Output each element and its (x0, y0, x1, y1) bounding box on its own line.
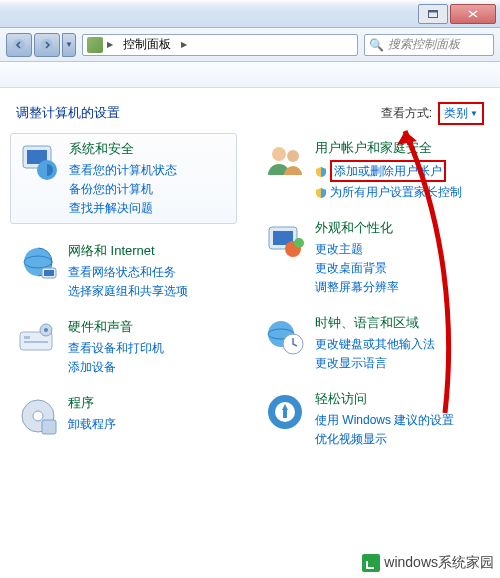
chevron-down-icon: ▼ (470, 109, 478, 118)
search-icon: 🔍 (369, 38, 384, 52)
search-placeholder: 搜索控制面板 (388, 36, 460, 53)
watermark-text: windows系统家园 (384, 554, 494, 572)
link-resolution[interactable]: 调整屏幕分辨率 (315, 278, 399, 296)
category-programs[interactable]: 程序 卸载程序 (16, 394, 237, 438)
view-label: 查看方式: (381, 105, 432, 122)
view-by: 查看方式: 类别 ▼ (381, 102, 484, 125)
link-backup[interactable]: 备份您的计算机 (69, 180, 177, 198)
svg-point-19 (272, 147, 286, 161)
category-clock-language[interactable]: 时钟、语言和区域 更改键盘或其他输入法 更改显示语言 (263, 314, 484, 372)
window-controls (418, 4, 500, 24)
category-network[interactable]: 网络和 Internet 查看网络状态和任务 选择家庭组和共享选项 (16, 242, 237, 300)
programs-icon (16, 394, 60, 438)
link-troubleshoot[interactable]: 查找并解决问题 (69, 199, 177, 217)
category-title[interactable]: 网络和 Internet (68, 242, 188, 260)
svg-point-15 (44, 328, 48, 332)
svg-rect-12 (24, 336, 30, 339)
ease-access-icon (263, 390, 307, 434)
nav-buttons: ▼ (6, 33, 76, 57)
nav-history-dropdown[interactable]: ▼ (62, 33, 76, 57)
category-title[interactable]: 程序 (68, 394, 116, 412)
address-field[interactable]: ▶ 控制面板 ▶ (82, 34, 358, 56)
category-title[interactable]: 硬件和声音 (68, 318, 164, 336)
category-user-accounts[interactable]: 用户帐户和家庭安全 添加或删除用户帐户 为所有用户设置家长控制 (263, 139, 484, 201)
appearance-icon (263, 219, 307, 263)
category-appearance[interactable]: 外观和个性化 更改主题 更改桌面背景 调整屏幕分辨率 (263, 219, 484, 296)
svg-rect-10 (44, 270, 54, 276)
watermark-icon (362, 554, 380, 572)
link-parental-controls[interactable]: 为所有用户设置家长控制 (315, 183, 462, 201)
link-add-remove-user[interactable]: 添加或删除用户帐户 (315, 160, 462, 182)
category-title[interactable]: 系统和安全 (69, 140, 177, 158)
left-column: 系统和安全 查看您的计算机状态 备份您的计算机 查找并解决问题 网络和 Inte… (16, 139, 237, 466)
address-bar: ▼ ▶ 控制面板 ▶ 🔍 搜索控制面板 (0, 28, 500, 62)
link-optimize-visual[interactable]: 优化视频显示 (315, 430, 454, 448)
category-system-security[interactable]: 系统和安全 查看您的计算机状态 备份您的计算机 查找并解决问题 (10, 133, 237, 224)
maximize-button[interactable] (418, 4, 448, 24)
link-windows-suggestions[interactable]: 使用 Windows 建议的设置 (315, 411, 454, 429)
clock-icon (263, 314, 307, 358)
link-uninstall[interactable]: 卸载程序 (68, 415, 116, 433)
svg-point-2 (13, 39, 25, 51)
page-title: 调整计算机的设置 (16, 104, 120, 122)
crumb-sep-icon: ▶ (107, 40, 113, 49)
crumb-sep-icon: ▶ (181, 40, 187, 49)
svg-rect-1 (429, 10, 438, 12)
svg-point-20 (287, 150, 299, 162)
category-ease-access[interactable]: 轻松访问 使用 Windows 建议的设置 优化视频显示 (263, 390, 484, 448)
search-input[interactable]: 🔍 搜索控制面板 (364, 34, 494, 56)
link-network-status[interactable]: 查看网络状态和任务 (68, 263, 188, 281)
svg-point-17 (33, 411, 43, 421)
view-value: 类别 (444, 105, 468, 122)
svg-rect-30 (283, 410, 287, 418)
user-accounts-icon (263, 139, 307, 183)
link-text: 为所有用户设置家长控制 (330, 183, 462, 201)
svg-rect-18 (42, 420, 56, 434)
close-button[interactable] (450, 4, 496, 24)
svg-rect-13 (24, 341, 48, 343)
svg-point-24 (294, 238, 304, 248)
svg-point-3 (41, 39, 53, 51)
right-column: 用户帐户和家庭安全 添加或删除用户帐户 为所有用户设置家长控制 (263, 139, 484, 466)
link-homegroup[interactable]: 选择家庭组和共享选项 (68, 282, 188, 300)
link-text: 添加或删除用户帐户 (330, 160, 446, 182)
link-keyboard-input[interactable]: 更改键盘或其他输入法 (315, 335, 435, 353)
control-panel-icon (87, 37, 103, 53)
breadcrumb[interactable]: 控制面板 (117, 36, 177, 53)
link-computer-status[interactable]: 查看您的计算机状态 (69, 161, 177, 179)
link-change-theme[interactable]: 更改主题 (315, 240, 399, 258)
watermark: windows系统家园 (362, 554, 494, 572)
content-area: 调整计算机的设置 查看方式: 类别 ▼ 系统和安全 查看您的计算机状态 备份您的… (0, 88, 500, 506)
shield-icon (315, 165, 327, 177)
category-title[interactable]: 时钟、语言和区域 (315, 314, 435, 332)
view-dropdown[interactable]: 类别 ▼ (438, 102, 484, 125)
category-hardware[interactable]: 硬件和声音 查看设备和打印机 添加设备 (16, 318, 237, 376)
link-devices-printers[interactable]: 查看设备和打印机 (68, 339, 164, 357)
system-security-icon (17, 140, 61, 184)
toolbar (0, 62, 500, 88)
forward-button[interactable] (34, 33, 60, 57)
link-display-language[interactable]: 更改显示语言 (315, 354, 435, 372)
link-add-device[interactable]: 添加设备 (68, 358, 164, 376)
back-button[interactable] (6, 33, 32, 57)
shield-icon (315, 186, 327, 198)
category-title[interactable]: 用户帐户和家庭安全 (315, 139, 462, 157)
category-title[interactable]: 轻松访问 (315, 390, 454, 408)
category-title[interactable]: 外观和个性化 (315, 219, 399, 237)
link-desktop-bg[interactable]: 更改桌面背景 (315, 259, 399, 277)
hardware-icon (16, 318, 60, 362)
network-icon (16, 242, 60, 286)
titlebar (0, 0, 500, 28)
